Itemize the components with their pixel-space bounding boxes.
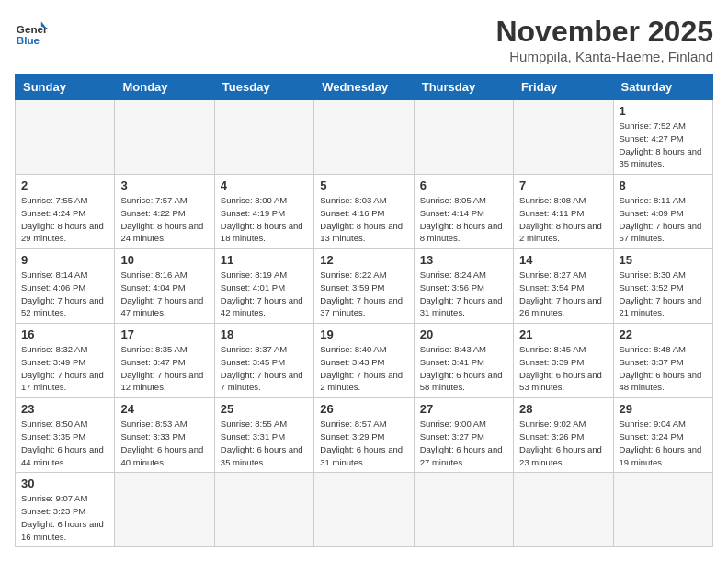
day-info: Sunrise: 9:07 AM Sunset: 3:23 PM Dayligh… (21, 492, 108, 543)
calendar-cell: 19Sunrise: 8:40 AM Sunset: 3:43 PM Dayli… (314, 324, 414, 398)
day-info: Sunrise: 8:45 AM Sunset: 3:39 PM Dayligh… (519, 343, 607, 394)
month-title: November 2025 (495, 15, 713, 49)
calendar-cell: 30Sunrise: 9:07 AM Sunset: 3:23 PM Dayli… (16, 473, 115, 547)
weekday-header-thursday: Thursday (414, 75, 513, 100)
day-info: Sunrise: 7:52 AM Sunset: 4:27 PM Dayligh… (620, 120, 707, 170)
day-info: Sunrise: 9:02 AM Sunset: 3:26 PM Dayligh… (519, 418, 607, 468)
day-number: 6 (420, 178, 507, 192)
day-info: Sunrise: 8:19 AM Sunset: 4:01 PM Dayligh… (221, 269, 308, 319)
day-number: 16 (21, 327, 108, 341)
day-number: 10 (120, 253, 208, 267)
calendar-week-row: 23Sunrise: 8:50 AM Sunset: 3:35 PM Dayli… (16, 398, 713, 473)
calendar-cell: 29Sunrise: 9:04 AM Sunset: 3:24 PM Dayli… (613, 398, 712, 473)
calendar-cell (16, 100, 115, 175)
weekday-header-wednesday: Wednesday (314, 75, 414, 100)
svg-text:Blue: Blue (17, 34, 40, 46)
day-number: 22 (620, 327, 707, 341)
location-subtitle: Humppila, Kanta-Haeme, Finland (495, 49, 713, 64)
day-info: Sunrise: 8:32 AM Sunset: 3:49 PM Dayligh… (21, 343, 108, 394)
calendar-cell (214, 100, 313, 175)
day-number: 17 (120, 327, 208, 341)
day-info: Sunrise: 8:43 AM Sunset: 3:41 PM Dayligh… (420, 343, 507, 394)
day-info: Sunrise: 7:57 AM Sunset: 4:22 PM Dayligh… (120, 194, 208, 245)
page-header: General Blue November 2025 Humppila, Kan… (15, 15, 713, 64)
day-info: Sunrise: 8:57 AM Sunset: 3:29 PM Dayligh… (320, 418, 407, 468)
day-number: 11 (221, 253, 308, 267)
calendar-cell (414, 473, 513, 547)
calendar-week-row: 9Sunrise: 8:14 AM Sunset: 4:06 PM Daylig… (16, 249, 713, 324)
day-number: 25 (221, 402, 308, 416)
calendar-cell (115, 100, 214, 175)
calendar-cell: 15Sunrise: 8:30 AM Sunset: 3:52 PM Dayli… (613, 249, 712, 324)
calendar-cell (613, 473, 712, 547)
calendar-cell: 6Sunrise: 8:05 AM Sunset: 4:14 PM Daylig… (414, 175, 513, 249)
calendar-cell: 12Sunrise: 8:22 AM Sunset: 3:59 PM Dayli… (314, 249, 414, 324)
day-number: 15 (620, 253, 707, 267)
day-info: Sunrise: 8:53 AM Sunset: 3:33 PM Dayligh… (120, 418, 208, 468)
day-number: 23 (21, 402, 108, 416)
day-info: Sunrise: 8:14 AM Sunset: 4:06 PM Dayligh… (21, 269, 108, 319)
day-info: Sunrise: 8:35 AM Sunset: 3:47 PM Dayligh… (120, 343, 208, 394)
day-number: 18 (221, 327, 308, 341)
day-number: 5 (320, 178, 407, 192)
day-info: Sunrise: 8:27 AM Sunset: 3:54 PM Dayligh… (519, 269, 607, 319)
day-number: 21 (519, 327, 607, 341)
calendar-cell: 8Sunrise: 8:11 AM Sunset: 4:09 PM Daylig… (613, 175, 712, 249)
calendar-cell (514, 473, 613, 547)
day-number: 2 (21, 178, 108, 192)
weekday-header-monday: Monday (115, 75, 214, 100)
calendar-cell (414, 100, 513, 175)
day-number: 24 (120, 402, 208, 416)
calendar-cell: 11Sunrise: 8:19 AM Sunset: 4:01 PM Dayli… (214, 249, 313, 324)
day-number: 26 (320, 402, 407, 416)
day-info: Sunrise: 8:08 AM Sunset: 4:11 PM Dayligh… (519, 194, 607, 245)
day-info: Sunrise: 7:55 AM Sunset: 4:24 PM Dayligh… (21, 194, 108, 245)
day-info: Sunrise: 8:40 AM Sunset: 3:43 PM Dayligh… (320, 343, 407, 394)
day-info: Sunrise: 8:16 AM Sunset: 4:04 PM Dayligh… (120, 269, 208, 319)
logo: General Blue (15, 15, 48, 48)
calendar-cell (115, 473, 214, 547)
day-number: 3 (120, 178, 208, 192)
calendar-cell: 27Sunrise: 9:00 AM Sunset: 3:27 PM Dayli… (414, 398, 513, 473)
day-info: Sunrise: 8:48 AM Sunset: 3:37 PM Dayligh… (620, 343, 707, 394)
day-number: 9 (21, 253, 108, 267)
calendar-cell: 4Sunrise: 8:00 AM Sunset: 4:19 PM Daylig… (214, 175, 313, 249)
calendar-cell: 9Sunrise: 8:14 AM Sunset: 4:06 PM Daylig… (16, 249, 115, 324)
day-info: Sunrise: 8:22 AM Sunset: 3:59 PM Dayligh… (320, 269, 407, 319)
day-number: 19 (320, 327, 407, 341)
day-info: Sunrise: 8:37 AM Sunset: 3:45 PM Dayligh… (221, 343, 308, 394)
day-info: Sunrise: 9:00 AM Sunset: 3:27 PM Dayligh… (420, 418, 507, 468)
calendar-week-row: 16Sunrise: 8:32 AM Sunset: 3:49 PM Dayli… (16, 324, 713, 398)
calendar-cell: 13Sunrise: 8:24 AM Sunset: 3:56 PM Dayli… (414, 249, 513, 324)
logo-icon: General Blue (15, 15, 48, 48)
weekday-header-row: SundayMondayTuesdayWednesdayThursdayFrid… (16, 75, 713, 100)
calendar-cell: 17Sunrise: 8:35 AM Sunset: 3:47 PM Dayli… (115, 324, 214, 398)
calendar-week-row: 30Sunrise: 9:07 AM Sunset: 3:23 PM Dayli… (16, 473, 713, 547)
weekday-header-tuesday: Tuesday (214, 75, 313, 100)
calendar-cell (314, 100, 414, 175)
calendar-week-row: 2Sunrise: 7:55 AM Sunset: 4:24 PM Daylig… (16, 175, 713, 249)
day-info: Sunrise: 8:05 AM Sunset: 4:14 PM Dayligh… (420, 194, 507, 245)
calendar-table: SundayMondayTuesdayWednesdayThursdayFrid… (15, 74, 713, 547)
calendar-cell: 5Sunrise: 8:03 AM Sunset: 4:16 PM Daylig… (314, 175, 414, 249)
calendar-cell (314, 473, 414, 547)
weekday-header-sunday: Sunday (16, 75, 115, 100)
day-info: Sunrise: 8:11 AM Sunset: 4:09 PM Dayligh… (620, 194, 707, 245)
day-number: 12 (320, 253, 407, 267)
calendar-cell: 3Sunrise: 7:57 AM Sunset: 4:22 PM Daylig… (115, 175, 214, 249)
calendar-cell: 2Sunrise: 7:55 AM Sunset: 4:24 PM Daylig… (16, 175, 115, 249)
calendar-cell: 28Sunrise: 9:02 AM Sunset: 3:26 PM Dayli… (514, 398, 613, 473)
day-number: 13 (420, 253, 507, 267)
calendar-cell: 7Sunrise: 8:08 AM Sunset: 4:11 PM Daylig… (514, 175, 613, 249)
weekday-header-friday: Friday (514, 75, 613, 100)
calendar-week-row: 1Sunrise: 7:52 AM Sunset: 4:27 PM Daylig… (16, 100, 713, 175)
day-number: 8 (620, 178, 707, 192)
calendar-cell: 10Sunrise: 8:16 AM Sunset: 4:04 PM Dayli… (115, 249, 214, 324)
day-info: Sunrise: 8:00 AM Sunset: 4:19 PM Dayligh… (221, 194, 308, 245)
calendar-cell: 20Sunrise: 8:43 AM Sunset: 3:41 PM Dayli… (414, 324, 513, 398)
calendar-cell: 21Sunrise: 8:45 AM Sunset: 3:39 PM Dayli… (514, 324, 613, 398)
weekday-header-saturday: Saturday (613, 75, 712, 100)
calendar-cell: 22Sunrise: 8:48 AM Sunset: 3:37 PM Dayli… (613, 324, 712, 398)
day-info: Sunrise: 8:30 AM Sunset: 3:52 PM Dayligh… (620, 269, 707, 319)
day-number: 7 (519, 178, 607, 192)
